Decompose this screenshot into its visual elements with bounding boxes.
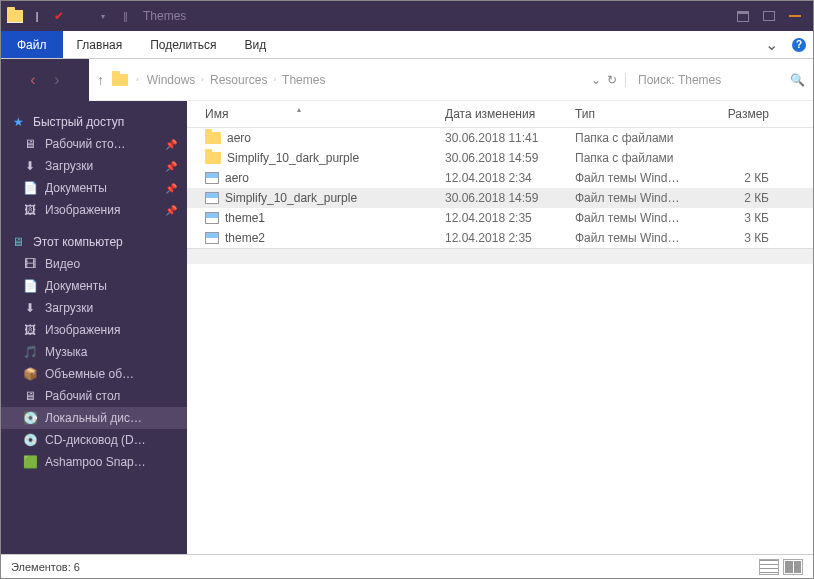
pin-icon: 📌 <box>165 183 177 194</box>
sidebar-item-quick[interactable]: 📄Документы📌 <box>1 177 187 199</box>
desktop-icon: 🖥 <box>23 389 37 403</box>
sort-indicator-icon: ▴ <box>297 105 301 114</box>
quick-access-root[interactable]: ★ Быстрый доступ <box>1 111 187 133</box>
sidebar-item-label: Музыка <box>45 345 87 359</box>
file-tab[interactable]: Файл <box>1 31 63 58</box>
sidebar-item-quick[interactable]: 🖼Изображения📌 <box>1 199 187 221</box>
pin-icon: 📌 <box>165 139 177 150</box>
column-date[interactable]: Дата изменения <box>437 107 567 121</box>
navigation-row: ‹ › ↑ › Windows› Resources› Themes ⌄ ↻ П… <box>1 59 813 101</box>
sidebar-item-label: Изображения <box>45 203 120 217</box>
star-icon: ★ <box>11 115 25 129</box>
theme-icon <box>205 212 219 224</box>
close-button[interactable] <box>783 6 807 26</box>
crumb-resources[interactable]: Resources <box>210 73 267 87</box>
qat-dropdown-icon[interactable]: ▾ <box>95 8 111 24</box>
column-size[interactable]: Размер <box>697 107 777 121</box>
file-type: Файл темы Wind… <box>567 231 697 245</box>
sidebar-item-pc[interactable]: 🖥Рабочий стол <box>1 385 187 407</box>
sidebar-item-pc[interactable]: 💿CD-дисковод (D… <box>1 429 187 451</box>
file-row[interactable]: Simplify_10_dark_purple30.06.2018 14:59П… <box>187 148 813 168</box>
sidebar-item-quick[interactable]: 🖥Рабочий сто…📌 <box>1 133 187 155</box>
search-icon[interactable]: 🔍 <box>790 73 805 87</box>
window-title: Themes <box>143 9 186 23</box>
home-tab[interactable]: Главная <box>63 31 137 58</box>
file-type: Файл темы Wind… <box>567 211 697 225</box>
theme-icon <box>205 192 219 204</box>
file-row[interactable]: theme112.04.2018 2:35Файл темы Wind…3 КБ <box>187 208 813 228</box>
sidebar-item-label: Объемные об… <box>45 367 134 381</box>
file-date: 30.06.2018 11:41 <box>437 131 567 145</box>
music-icon: 🎵 <box>23 345 37 359</box>
file-type: Файл темы Wind… <box>567 171 697 185</box>
nav-buttons: ‹ › <box>1 59 89 101</box>
folder-icon <box>205 132 221 144</box>
large-icons-view-button[interactable] <box>783 559 803 575</box>
column-name[interactable]: Имя▴ <box>187 107 437 121</box>
sidebar-item-pc[interactable]: 🟩Ashampoo Snap… <box>1 451 187 473</box>
sidebar-item-quick[interactable]: ⬇Загрузки📌 <box>1 155 187 177</box>
search-box[interactable]: Поиск: Themes 🔍 <box>625 73 805 87</box>
file-name: Simplify_10_dark_purple <box>225 191 357 205</box>
sidebar-item-label: Рабочий сто… <box>45 137 126 151</box>
file-date: 12.04.2018 2:35 <box>437 211 567 225</box>
pin-icon: 📌 <box>165 205 177 216</box>
file-rows[interactable]: aero30.06.2018 11:41Папка с файламиSimpl… <box>187 128 813 248</box>
file-size: 3 КБ <box>697 231 777 245</box>
minimize-button[interactable] <box>731 6 755 26</box>
video-icon: 🎞 <box>23 257 37 271</box>
sidebar-item-pc[interactable]: 🎵Музыка <box>1 341 187 363</box>
sidebar-item-label: Ashampoo Snap… <box>45 455 146 469</box>
expand-ribbon-icon[interactable]: ⌄ <box>757 31 785 58</box>
file-date: 30.06.2018 14:59 <box>437 151 567 165</box>
sidebar-item-pc[interactable]: 📄Документы <box>1 275 187 297</box>
sidebar-item-pc[interactable]: ⬇Загрузки <box>1 297 187 319</box>
file-row[interactable]: theme212.04.2018 2:35Файл темы Wind…3 КБ <box>187 228 813 248</box>
path-folder-icon <box>112 74 128 86</box>
file-size <box>697 151 777 165</box>
history-dropdown-icon[interactable]: ⌄ <box>591 73 601 87</box>
disk-icon: 💽 <box>23 411 37 425</box>
details-view-button[interactable] <box>759 559 779 575</box>
breadcrumb[interactable]: Windows› Resources› Themes <box>147 73 326 87</box>
share-tab[interactable]: Поделиться <box>136 31 230 58</box>
maximize-button[interactable] <box>757 6 781 26</box>
new-folder-icon[interactable] <box>73 8 89 24</box>
file-row[interactable]: aero30.06.2018 11:41Папка с файлами <box>187 128 813 148</box>
sidebar-item-label: CD-дисковод (D… <box>45 433 146 447</box>
download-icon: ⬇ <box>23 159 37 173</box>
theme-icon <box>205 232 219 244</box>
up-button[interactable]: ↑ <box>97 72 104 88</box>
navigation-pane[interactable]: ★ Быстрый доступ 🖥Рабочий сто…📌⬇Загрузки… <box>1 101 187 554</box>
this-pc-root[interactable]: 🖥 Этот компьютер <box>1 231 187 253</box>
refresh-icon[interactable]: ↻ <box>607 73 617 87</box>
explorer-window: | ✔ ▾ ‖ Themes Файл Главная Поделиться В… <box>0 0 814 579</box>
back-button[interactable]: ‹ <box>23 70 43 90</box>
sidebar-item-label: Рабочий стол <box>45 389 120 403</box>
chevron-right-icon[interactable]: › <box>136 75 139 84</box>
titlebar[interactable]: | ✔ ▾ ‖ Themes <box>1 1 813 31</box>
sidebar-item-pc[interactable]: 📦Объемные об… <box>1 363 187 385</box>
crumb-windows[interactable]: Windows <box>147 73 196 87</box>
forward-button[interactable]: › <box>47 70 67 90</box>
properties-icon[interactable]: ✔ <box>51 8 67 24</box>
file-name: theme1 <box>225 211 265 225</box>
crumb-themes[interactable]: Themes <box>282 73 325 87</box>
horizontal-scrollbar[interactable] <box>187 248 813 264</box>
this-pc-label: Этот компьютер <box>33 235 123 249</box>
file-name: Simplify_10_dark_purple <box>227 151 359 165</box>
chevron-right-icon: › <box>201 75 204 84</box>
help-button[interactable]: ? <box>785 31 813 58</box>
document-icon: 📄 <box>23 279 37 293</box>
view-tab[interactable]: Вид <box>230 31 280 58</box>
file-row[interactable]: aero12.04.2018 2:34Файл темы Wind…2 КБ <box>187 168 813 188</box>
sidebar-item-pc[interactable]: 🎞Видео <box>1 253 187 275</box>
file-row[interactable]: Simplify_10_dark_purple30.06.2018 14:59Ф… <box>187 188 813 208</box>
column-type[interactable]: Тип <box>567 107 697 121</box>
3d-icon: 📦 <box>23 367 37 381</box>
sidebar-item-pc[interactable]: 🖼Изображения <box>1 319 187 341</box>
cd-icon: 💿 <box>23 433 37 447</box>
ribbon-tabs: Файл Главная Поделиться Вид ⌄ ? <box>1 31 813 59</box>
chevron-right-icon: › <box>273 75 276 84</box>
sidebar-item-pc[interactable]: 💽Локальный дис… <box>1 407 187 429</box>
